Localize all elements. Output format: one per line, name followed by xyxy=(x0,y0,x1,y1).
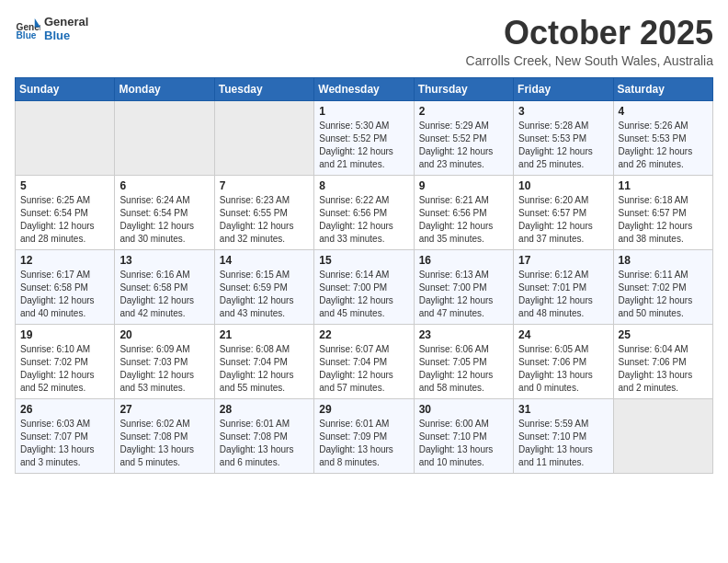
table-row: 3Sunrise: 5:28 AM Sunset: 5:53 PM Daylig… xyxy=(514,100,613,175)
day-info: Sunrise: 6:00 AM Sunset: 7:10 PM Dayligh… xyxy=(419,418,508,469)
day-number: 29 xyxy=(319,403,408,416)
table-row: 30Sunrise: 6:00 AM Sunset: 7:10 PM Dayli… xyxy=(414,398,513,473)
day-number: 10 xyxy=(518,179,608,192)
day-info: Sunrise: 6:07 AM Sunset: 7:04 PM Dayligh… xyxy=(319,343,408,395)
table-row xyxy=(613,398,712,473)
day-info: Sunrise: 6:02 AM Sunset: 7:08 PM Dayligh… xyxy=(119,418,209,469)
day-info: Sunrise: 6:08 AM Sunset: 7:04 PM Dayligh… xyxy=(220,343,309,395)
table-row: 24Sunrise: 6:05 AM Sunset: 7:06 PM Dayli… xyxy=(514,324,613,398)
table-row xyxy=(214,100,313,175)
day-info: Sunrise: 5:59 AM Sunset: 7:10 PM Dayligh… xyxy=(518,418,608,469)
day-number: 22 xyxy=(319,328,408,341)
calendar-header-row: Sunday Monday Tuesday Wednesday Thursday… xyxy=(16,77,713,100)
table-row: 13Sunrise: 6:16 AM Sunset: 6:58 PM Dayli… xyxy=(115,249,214,324)
day-info: Sunrise: 6:14 AM Sunset: 7:00 PM Dayligh… xyxy=(319,269,408,320)
day-info: Sunrise: 6:10 AM Sunset: 7:02 PM Dayligh… xyxy=(20,343,109,395)
table-row: 28Sunrise: 6:01 AM Sunset: 7:08 PM Dayli… xyxy=(214,398,313,473)
day-number: 18 xyxy=(619,254,708,267)
day-number: 16 xyxy=(419,254,508,267)
col-tuesday: Tuesday xyxy=(214,77,313,100)
day-number: 28 xyxy=(220,403,309,416)
table-row: 16Sunrise: 6:13 AM Sunset: 7:00 PM Dayli… xyxy=(414,249,513,324)
day-info: Sunrise: 6:24 AM Sunset: 6:54 PM Dayligh… xyxy=(119,194,209,246)
day-info: Sunrise: 6:20 AM Sunset: 6:57 PM Dayligh… xyxy=(518,194,608,246)
table-row: 23Sunrise: 6:06 AM Sunset: 7:05 PM Dayli… xyxy=(414,324,513,398)
calendar-week-row: 26Sunrise: 6:03 AM Sunset: 7:07 PM Dayli… xyxy=(16,398,713,473)
calendar-week-row: 19Sunrise: 6:10 AM Sunset: 7:02 PM Dayli… xyxy=(16,324,713,398)
table-row: 27Sunrise: 6:02 AM Sunset: 7:08 PM Dayli… xyxy=(115,398,214,473)
day-info: Sunrise: 6:18 AM Sunset: 6:57 PM Dayligh… xyxy=(619,194,708,246)
day-number: 7 xyxy=(220,179,309,192)
day-info: Sunrise: 6:03 AM Sunset: 7:07 PM Dayligh… xyxy=(20,418,109,469)
table-row: 20Sunrise: 6:09 AM Sunset: 7:03 PM Dayli… xyxy=(115,324,214,398)
day-number: 25 xyxy=(619,328,708,341)
day-number: 19 xyxy=(20,328,109,341)
table-row: 14Sunrise: 6:15 AM Sunset: 6:59 PM Dayli… xyxy=(214,249,313,324)
day-info: Sunrise: 6:12 AM Sunset: 7:01 PM Dayligh… xyxy=(518,269,608,320)
day-number: 3 xyxy=(518,105,608,118)
table-row: 4Sunrise: 5:26 AM Sunset: 5:53 PM Daylig… xyxy=(613,100,712,175)
day-number: 5 xyxy=(20,179,109,192)
day-number: 31 xyxy=(518,403,608,416)
day-number: 24 xyxy=(518,328,608,341)
svg-text:Blue: Blue xyxy=(17,30,37,40)
table-row: 25Sunrise: 6:04 AM Sunset: 7:06 PM Dayli… xyxy=(613,324,712,398)
day-number: 4 xyxy=(619,105,708,118)
day-info: Sunrise: 5:30 AM Sunset: 5:52 PM Dayligh… xyxy=(319,120,408,171)
logo: General Blue General Blue xyxy=(15,15,88,42)
day-info: Sunrise: 6:04 AM Sunset: 7:06 PM Dayligh… xyxy=(619,343,708,395)
table-row: 12Sunrise: 6:17 AM Sunset: 6:58 PM Dayli… xyxy=(16,249,115,324)
calendar-week-row: 12Sunrise: 6:17 AM Sunset: 6:58 PM Dayli… xyxy=(16,249,713,324)
table-row: 17Sunrise: 6:12 AM Sunset: 7:01 PM Dayli… xyxy=(514,249,613,324)
day-number: 11 xyxy=(619,179,708,192)
day-number: 12 xyxy=(20,254,109,267)
col-wednesday: Wednesday xyxy=(314,77,414,100)
day-info: Sunrise: 6:01 AM Sunset: 7:09 PM Dayligh… xyxy=(319,418,408,469)
col-saturday: Saturday xyxy=(613,77,712,100)
calendar-week-row: 1Sunrise: 5:30 AM Sunset: 5:52 PM Daylig… xyxy=(16,100,713,175)
day-info: Sunrise: 6:13 AM Sunset: 7:00 PM Dayligh… xyxy=(419,269,508,320)
table-row xyxy=(115,100,214,175)
table-row: 8Sunrise: 6:22 AM Sunset: 6:56 PM Daylig… xyxy=(314,175,414,249)
calendar-table: Sunday Monday Tuesday Wednesday Thursday… xyxy=(15,77,713,474)
day-number: 13 xyxy=(119,254,209,267)
day-number: 17 xyxy=(518,254,608,267)
day-info: Sunrise: 6:22 AM Sunset: 6:56 PM Dayligh… xyxy=(319,194,408,246)
table-row: 5Sunrise: 6:25 AM Sunset: 6:54 PM Daylig… xyxy=(16,175,115,249)
table-row: 11Sunrise: 6:18 AM Sunset: 6:57 PM Dayli… xyxy=(613,175,712,249)
table-row: 1Sunrise: 5:30 AM Sunset: 5:52 PM Daylig… xyxy=(314,100,414,175)
table-row: 29Sunrise: 6:01 AM Sunset: 7:09 PM Dayli… xyxy=(314,398,414,473)
day-number: 6 xyxy=(119,179,209,192)
month-title: October 2025 xyxy=(466,15,713,52)
day-info: Sunrise: 6:05 AM Sunset: 7:06 PM Dayligh… xyxy=(518,343,608,395)
col-sunday: Sunday xyxy=(16,77,115,100)
table-row: 2Sunrise: 5:29 AM Sunset: 5:52 PM Daylig… xyxy=(414,100,513,175)
table-row: 7Sunrise: 6:23 AM Sunset: 6:55 PM Daylig… xyxy=(214,175,313,249)
day-info: Sunrise: 6:01 AM Sunset: 7:08 PM Dayligh… xyxy=(220,418,309,469)
day-info: Sunrise: 6:16 AM Sunset: 6:58 PM Dayligh… xyxy=(119,269,209,320)
day-info: Sunrise: 5:26 AM Sunset: 5:53 PM Dayligh… xyxy=(619,120,708,171)
table-row: 15Sunrise: 6:14 AM Sunset: 7:00 PM Dayli… xyxy=(314,249,414,324)
col-thursday: Thursday xyxy=(414,77,513,100)
table-row: 9Sunrise: 6:21 AM Sunset: 6:56 PM Daylig… xyxy=(414,175,513,249)
day-info: Sunrise: 5:29 AM Sunset: 5:52 PM Dayligh… xyxy=(419,120,508,171)
day-info: Sunrise: 6:06 AM Sunset: 7:05 PM Dayligh… xyxy=(419,343,508,395)
day-number: 27 xyxy=(119,403,209,416)
day-number: 30 xyxy=(419,403,508,416)
table-row: 22Sunrise: 6:07 AM Sunset: 7:04 PM Dayli… xyxy=(314,324,414,398)
col-monday: Monday xyxy=(115,77,214,100)
day-number: 20 xyxy=(119,328,209,341)
day-number: 23 xyxy=(419,328,508,341)
table-row: 6Sunrise: 6:24 AM Sunset: 6:54 PM Daylig… xyxy=(115,175,214,249)
col-friday: Friday xyxy=(514,77,613,100)
day-number: 26 xyxy=(20,403,109,416)
page-header: General Blue General Blue October 2025 C… xyxy=(15,15,713,68)
table-row: 26Sunrise: 6:03 AM Sunset: 7:07 PM Dayli… xyxy=(16,398,115,473)
location-subtitle: Carrolls Creek, New South Wales, Austral… xyxy=(466,53,713,68)
calendar-week-row: 5Sunrise: 6:25 AM Sunset: 6:54 PM Daylig… xyxy=(16,175,713,249)
day-number: 1 xyxy=(319,105,408,118)
table-row: 21Sunrise: 6:08 AM Sunset: 7:04 PM Dayli… xyxy=(214,324,313,398)
day-number: 2 xyxy=(419,105,508,118)
day-info: Sunrise: 5:28 AM Sunset: 5:53 PM Dayligh… xyxy=(518,120,608,171)
day-info: Sunrise: 6:23 AM Sunset: 6:55 PM Dayligh… xyxy=(220,194,309,246)
